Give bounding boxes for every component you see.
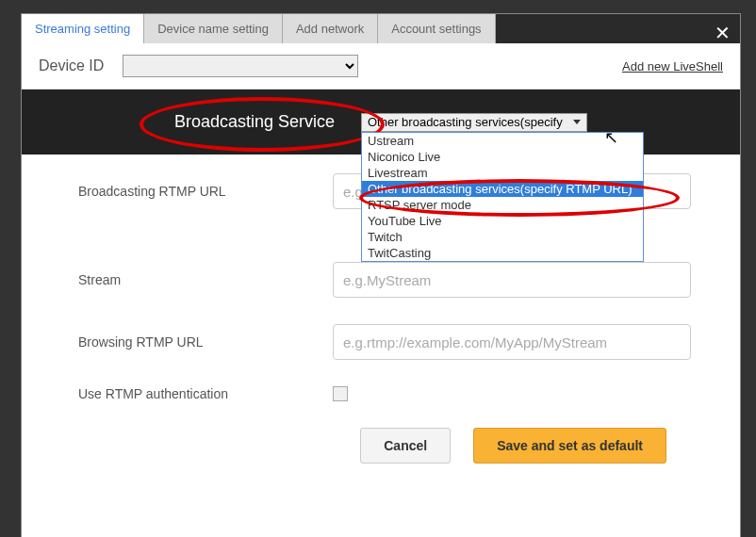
device-id-select[interactable] (123, 55, 358, 77)
option-ustream[interactable]: Ustream (362, 133, 643, 149)
broadcasting-service-row: Broadcasting Service Other broadcasting … (22, 90, 740, 155)
chevron-down-icon (573, 120, 581, 124)
broadcasting-service-dropdown: Ustream Niconico Live Livestream Other b… (361, 132, 644, 262)
row-auth: Use RTMP authentication (78, 386, 704, 401)
device-id-row: Device ID Add new LiveShell (22, 43, 740, 90)
button-row: Cancel Save and set as default (78, 428, 704, 464)
stream-label: Stream (78, 272, 333, 287)
select-current-value[interactable]: Other broadcasting services(specify (361, 113, 587, 132)
option-twitch[interactable]: Twitch (362, 229, 643, 245)
option-niconico[interactable]: Niconico Live (362, 149, 643, 165)
option-other-rtmp[interactable]: Other broadcasting services(specify RTMP… (362, 181, 643, 197)
device-id-label: Device ID (39, 57, 104, 74)
close-icon[interactable]: ✕ (715, 22, 731, 44)
option-youtube[interactable]: YouTube Live (362, 213, 643, 229)
save-default-button[interactable]: Save and set as default (473, 428, 666, 464)
broadcasting-service-select[interactable]: Other broadcasting services(specify Ustr… (361, 113, 587, 132)
row-browsing-url: Browsing RTMP URL (78, 324, 704, 360)
option-twitcasting[interactable]: TwitCasting (362, 245, 643, 261)
stream-input[interactable] (333, 262, 691, 298)
option-rtsp[interactable]: RTSP server mode (362, 197, 643, 213)
add-liveshell-link[interactable]: Add new LiveShell (622, 59, 723, 73)
broadcasting-rtmp-url-label: Broadcasting RTMP URL (78, 184, 333, 199)
browsing-rtmp-url-label: Browsing RTMP URL (78, 334, 333, 350)
select-current-text: Other broadcasting services(specify (368, 115, 563, 129)
tab-streaming[interactable]: Streaming setting (22, 14, 144, 43)
tab-account[interactable]: Account settings (378, 14, 495, 43)
use-rtmp-auth-checkbox[interactable] (333, 386, 348, 401)
browsing-rtmp-url-input[interactable] (333, 324, 691, 360)
use-rtmp-auth-label: Use RTMP authentication (78, 386, 333, 401)
broadcasting-service-label: Broadcasting Service (22, 112, 361, 132)
tab-bar: Streaming setting Device name setting Ad… (22, 14, 740, 43)
tab-add-network[interactable]: Add network (283, 14, 378, 43)
option-livestream[interactable]: Livestream (362, 165, 643, 181)
row-stream: Stream (78, 262, 704, 298)
settings-modal: ✕ Streaming setting Device name setting … (21, 13, 741, 537)
tab-device-name[interactable]: Device name setting (144, 14, 283, 43)
cancel-button[interactable]: Cancel (360, 428, 451, 464)
